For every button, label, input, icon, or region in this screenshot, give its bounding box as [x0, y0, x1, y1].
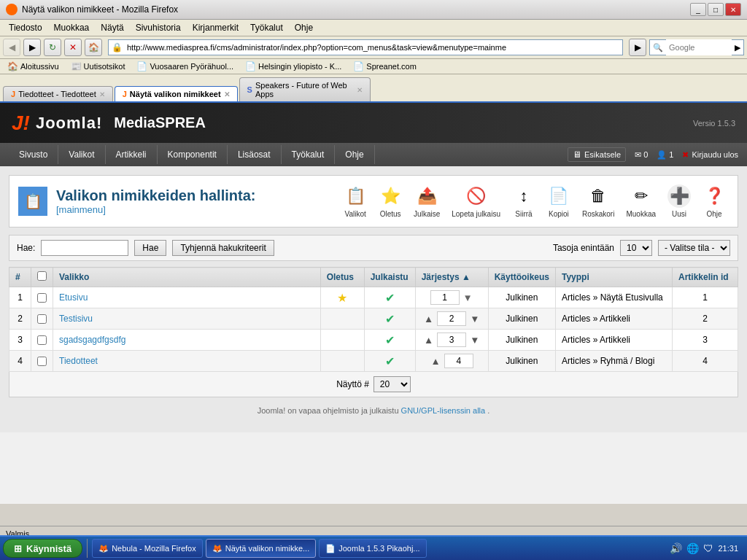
row-link-4[interactable]: Tiedotteet — [59, 356, 98, 366]
bookmark-vuosaaren[interactable]: 📄 Vuosaaren Pyörähuol... — [132, 61, 238, 72]
nav-sivusto[interactable]: Sivusto — [9, 145, 58, 164]
cell-name-4[interactable]: Tiedotteet — [53, 351, 321, 372]
reload-button[interactable]: ↻ — [44, 39, 61, 56]
taskbar-btn-nayta[interactable]: 🦊 Näytä valikon nimikke... — [206, 539, 317, 540]
cell-oletus-1[interactable]: ★ — [320, 287, 364, 308]
tabs-bar: J Tiedotteet - Tiedotteet ✕ J Näytä vali… — [0, 74, 747, 103]
menu-sivuhistoria[interactable]: Sivuhistoria — [130, 21, 187, 34]
brand-name: MediaSPREA — [114, 114, 206, 131]
bookmark-helsingin[interactable]: 📄 Helsingin yliopisto - K... — [241, 61, 346, 72]
sort-down-arrow-1[interactable]: ▼ — [462, 292, 473, 304]
tab-close-3[interactable]: ✕ — [357, 86, 363, 94]
row-checkbox-1[interactable] — [37, 293, 47, 303]
btn-roskakori[interactable]: 🗑 Roskakori — [579, 182, 617, 221]
btn-oletus[interactable]: ⭐ Oletus — [376, 182, 405, 221]
taskbar-btn-joomla[interactable]: 📄 Joomla 1.5.3 Pikaohj... — [319, 539, 426, 540]
clear-button[interactable]: Tyhjennä hakukriteerit — [172, 240, 274, 256]
sort-up-arrow-3[interactable]: ▲ — [423, 334, 434, 346]
window-controls: _ □ ✕ — [690, 3, 741, 16]
pagination-select[interactable]: 5 10 15 20 25 50 100 — [374, 376, 411, 392]
stop-button[interactable]: ✕ — [64, 39, 82, 56]
messages-badge[interactable]: ✉ 0 — [635, 150, 648, 160]
btn-julkaise[interactable]: 📤 Julkaise — [411, 182, 443, 221]
col-header-jarjestys[interactable]: Järjestys ▲ — [415, 268, 488, 287]
start-button[interactable]: ⊞ Käynnistä — [3, 539, 82, 540]
sort-icon: ▲ — [462, 272, 471, 282]
menu-tiedosto[interactable]: Tiedosto — [3, 21, 48, 34]
row-checkbox-2[interactable] — [37, 314, 47, 324]
nav-komponentit[interactable]: Komponentit — [158, 145, 228, 164]
taskbar-btn-nebula[interactable]: 🦊 Nebula - Mozilla Firefox — [92, 539, 203, 540]
tab-close-2[interactable]: ✕ — [224, 90, 230, 98]
forward-button[interactable]: ▶ — [23, 39, 41, 56]
nav-lisaosat[interactable]: Lisäosat — [228, 145, 282, 164]
sort-up-arrow-4[interactable]: ▲ — [430, 355, 441, 368]
tab-close-1[interactable]: ✕ — [99, 90, 105, 98]
sort-input-2[interactable] — [437, 311, 466, 326]
btn-lopeta-julkaisu[interactable]: 🚫 Lopeta julkaisu — [449, 182, 503, 221]
sort-down-arrow-2[interactable]: ▼ — [469, 313, 480, 325]
logout-icon: ✖ — [682, 150, 689, 160]
menu-nayta[interactable]: Näytä — [95, 21, 129, 34]
nav-tyokalut[interactable]: Työkalut — [282, 145, 336, 164]
sort-up-arrow-2[interactable]: ▲ — [423, 313, 434, 325]
sort-input-3[interactable] — [437, 332, 466, 347]
btn-valikot[interactable]: 📋 Valikot — [341, 182, 370, 221]
row-link-1[interactable]: Etusivu — [59, 292, 88, 303]
cell-julkaistu-1[interactable]: ✔ — [364, 287, 415, 308]
sort-input-1[interactable] — [430, 290, 460, 305]
maximize-button[interactable]: □ — [708, 3, 724, 16]
sort-down-arrow-3[interactable]: ▼ — [469, 334, 480, 346]
tab-tiedotteet[interactable]: J Tiedotteet - Tiedotteet ✕ — [3, 86, 113, 101]
close-button[interactable]: ✕ — [725, 3, 741, 16]
minimize-button[interactable]: _ — [690, 3, 706, 16]
nav-ohje[interactable]: Ohje — [335, 145, 374, 164]
btn-uusi[interactable]: ➕ Uusi — [665, 182, 694, 221]
btn-ohje[interactable]: ❓ Ohje — [700, 182, 729, 221]
tab-nayta-valikon[interactable]: J Näytä valikon nimikkeet ✕ — [115, 86, 238, 101]
menu-kirjanmerkit[interactable]: Kirjanmerkit — [187, 21, 244, 34]
preview-button[interactable]: 🖥 Esikatsele — [568, 147, 626, 162]
bookmark-uutisotsikot[interactable]: 📰 Uutisotsikot — [66, 61, 130, 72]
btn-siirra[interactable]: ↕ Siirrä — [509, 182, 538, 221]
footer-license-link[interactable]: GNU/GPL-lisenssin alla — [401, 406, 486, 415]
row-checkbox-3[interactable] — [37, 335, 47, 345]
home-button[interactable]: 🏠 — [85, 39, 102, 56]
go-button[interactable]: ▶ — [629, 39, 646, 56]
address-input[interactable] — [125, 43, 622, 52]
address-bar[interactable]: 🔒 — [108, 39, 623, 55]
cell-name-3[interactable]: sgadsgagdfgsdfg — [53, 330, 321, 351]
col-header-valikko[interactable]: Valikko — [53, 268, 321, 287]
menu-muokkaa[interactable]: Muokkaa — [48, 21, 96, 34]
nav-artikkeli[interactable]: Artikkeli — [106, 145, 158, 164]
logout-button[interactable]: ✖ Kirjaudu ulos — [682, 150, 738, 160]
cell-julkaistu-3[interactable]: ✔ — [364, 330, 415, 351]
page-bookmark-icon-2: 📄 — [245, 61, 256, 71]
row-link-2[interactable]: Testisivu — [59, 314, 93, 324]
tab-speakers[interactable]: S Speakers - Future of Web Apps ✕ — [239, 77, 371, 101]
bookmark-spreanet[interactable]: 📄 Spreanet.com — [349, 61, 420, 72]
status-select[interactable]: - Valitse tila - — [658, 240, 730, 256]
browser-search-input[interactable] — [666, 39, 732, 55]
select-all-checkbox[interactable] — [37, 271, 47, 281]
menu-tyokalut[interactable]: Työkalut — [244, 21, 289, 34]
siirra-icon: ↕ — [512, 184, 535, 208]
nav-valikot[interactable]: Valikot — [58, 145, 105, 164]
cell-name-1[interactable]: Etusivu — [53, 287, 321, 308]
search-button[interactable]: Hae — [134, 240, 166, 256]
search-input[interactable] — [41, 240, 128, 256]
cell-name-2[interactable]: Testisivu — [53, 308, 321, 330]
btn-muokkaa[interactable]: ✏ Muokkaa — [623, 182, 659, 221]
search-submit-icon[interactable]: ▶ — [732, 43, 743, 52]
cell-julkaistu-4[interactable]: ✔ — [364, 351, 415, 372]
btn-kopioi[interactable]: 📄 Kopioi — [544, 182, 573, 221]
menu-ohje[interactable]: Ohje — [289, 21, 319, 34]
users-badge[interactable]: 👤 1 — [657, 150, 673, 160]
back-button[interactable]: ◀ — [3, 39, 20, 56]
row-checkbox-4[interactable] — [37, 357, 47, 366]
bookmark-aloitussivu[interactable]: 🏠 Aloitussivu — [3, 61, 63, 72]
level-select[interactable]: 10 — [620, 240, 652, 256]
row-link-3[interactable]: sgadsgagdfgsdfg — [59, 335, 125, 345]
sort-input-4[interactable] — [444, 354, 473, 368]
cell-julkaistu-2[interactable]: ✔ — [364, 308, 415, 330]
